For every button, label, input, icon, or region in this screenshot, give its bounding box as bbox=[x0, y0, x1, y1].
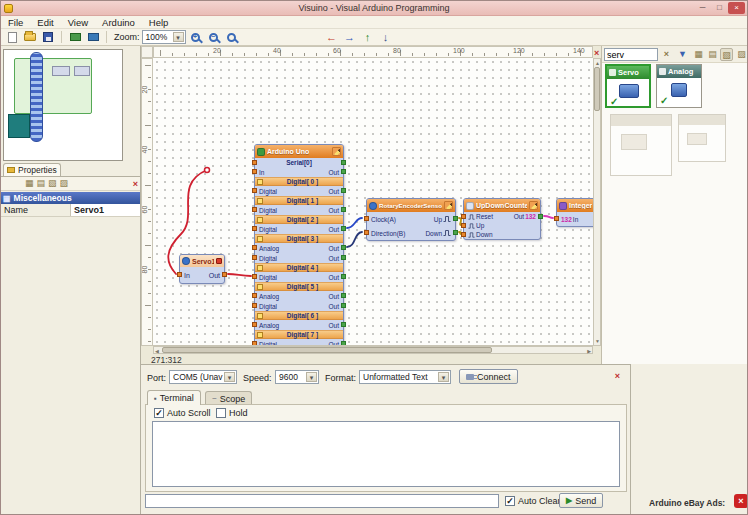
format-select[interactable]: Unformatted Text ▾ bbox=[359, 370, 451, 384]
send-button[interactable]: ▶ Send bbox=[559, 493, 603, 508]
minimize-button[interactable]: ─ bbox=[694, 2, 711, 14]
zoom-reset-icon[interactable] bbox=[224, 30, 240, 45]
menu-item-arduino[interactable]: Arduino bbox=[95, 16, 142, 29]
alphabetical-view-icon[interactable]: ▤ bbox=[37, 177, 46, 190]
block-rotary-encoder[interactable]: RotaryEncoderSensor1 Clock(A) Up Directi… bbox=[366, 198, 456, 241]
arduino-pin-in[interactable] bbox=[252, 303, 257, 308]
arduino-pin-out[interactable] bbox=[341, 169, 346, 174]
move-up-icon[interactable]: ↑ bbox=[360, 30, 376, 45]
canvas-horizontal-scrollbar[interactable]: ◀ ▶ bbox=[153, 346, 593, 354]
arduino-pin-in[interactable] bbox=[252, 188, 257, 193]
scroll-up-icon[interactable]: ▲ bbox=[595, 60, 600, 66]
out-pin[interactable] bbox=[538, 214, 543, 219]
arduino-pin-out[interactable] bbox=[341, 207, 346, 212]
arduino-pin-in[interactable] bbox=[252, 226, 257, 231]
arduino-pin-out[interactable] bbox=[341, 274, 346, 279]
arduino-pin-in[interactable] bbox=[252, 169, 257, 174]
arduino-channel-bar[interactable]: Digital[ 5 ] bbox=[255, 282, 343, 291]
arduino-channel-bar[interactable]: Digital[ 3 ] bbox=[255, 234, 343, 243]
arduino-pin-in[interactable] bbox=[252, 207, 257, 212]
arduino-pin-in[interactable] bbox=[252, 293, 257, 298]
upload-icon[interactable] bbox=[85, 30, 101, 45]
arduino-channel-bar[interactable]: Digital[ 7 ] bbox=[255, 330, 343, 339]
block-servo1[interactable]: Servo1 In Out bbox=[179, 254, 225, 284]
up-pin[interactable] bbox=[461, 223, 466, 228]
menu-item-edit[interactable]: Edit bbox=[30, 16, 60, 29]
zoom-in-icon[interactable]: + bbox=[188, 30, 204, 45]
auto-clear-checkbox[interactable]: ✓ Auto Clear bbox=[505, 496, 561, 506]
component-search-input[interactable] bbox=[604, 48, 658, 61]
servo-in-pin[interactable] bbox=[177, 272, 182, 277]
auto-scroll-checkbox[interactable]: ✓ Auto Scroll bbox=[154, 408, 211, 418]
arduino-pin-in[interactable] bbox=[252, 160, 257, 165]
port-select[interactable]: COM5 (Unav ▾ bbox=[169, 370, 237, 384]
terminal-output[interactable] bbox=[152, 421, 620, 487]
arduino-channel-bar[interactable]: Digital[ 4 ] bbox=[255, 263, 343, 272]
property-value[interactable]: Servo1 bbox=[71, 204, 140, 216]
clock-pin[interactable] bbox=[364, 216, 369, 221]
clear-search-icon[interactable]: × bbox=[660, 48, 673, 61]
open-project-icon[interactable] bbox=[22, 30, 38, 45]
component-tile-analog[interactable]: Analog ✓ bbox=[656, 64, 702, 108]
reset-pin[interactable] bbox=[461, 214, 466, 219]
tab-scope[interactable]: ~ Scope bbox=[205, 391, 252, 405]
arduino-pin-out[interactable] bbox=[341, 188, 346, 193]
tile-view-icon[interactable]: ▧ bbox=[720, 48, 733, 61]
tab-terminal[interactable]: ▪ Terminal bbox=[147, 390, 201, 405]
hold-checkbox[interactable]: Hold bbox=[216, 408, 248, 418]
menu-item-help[interactable]: Help bbox=[142, 16, 176, 29]
send-input[interactable] bbox=[145, 494, 499, 508]
arduino-channel-bar[interactable]: Digital[ 6 ] bbox=[255, 311, 343, 320]
filter-icon[interactable]: ▼ bbox=[676, 48, 689, 61]
zoom-out-icon[interactable]: − bbox=[206, 30, 222, 45]
property-row-name[interactable]: Name Servo1 bbox=[1, 204, 140, 217]
arduino-channel-bar[interactable]: Digital[ 0 ] bbox=[255, 177, 343, 186]
horizontal-scroll-thumb[interactable] bbox=[162, 347, 492, 353]
collapse-categories-icon[interactable]: ▤ bbox=[706, 48, 719, 61]
arduino-pin-in[interactable] bbox=[252, 322, 257, 327]
up-pin[interactable] bbox=[453, 216, 458, 221]
arduino-pin-in[interactable] bbox=[252, 255, 257, 260]
connect-button[interactable]: Connect bbox=[459, 369, 518, 384]
speed-select[interactable]: 9600 ▾ bbox=[275, 370, 319, 384]
arduino-pin-out[interactable] bbox=[341, 160, 346, 165]
expand-categories-icon[interactable]: ▦ bbox=[692, 48, 705, 61]
wire-digital3-to-direction[interactable] bbox=[347, 232, 362, 247]
save-project-icon[interactable] bbox=[40, 30, 56, 45]
edit-icon[interactable] bbox=[444, 201, 453, 210]
wire-endpoint[interactable] bbox=[205, 168, 210, 173]
servo-out-pin[interactable] bbox=[222, 272, 227, 277]
arduino-pin-out[interactable] bbox=[341, 322, 346, 327]
design-canvas[interactable]: Servo1 In Out Arduino Uno Serial[0]InOut… bbox=[153, 58, 593, 346]
pin-panel-icon[interactable]: × bbox=[133, 178, 138, 190]
scroll-down-icon[interactable]: ▼ bbox=[595, 338, 600, 344]
canvas-vertical-scrollbar[interactable]: ▲ ▼ bbox=[593, 58, 601, 346]
edit-icon[interactable] bbox=[529, 201, 538, 210]
menu-item-view[interactable]: View bbox=[61, 16, 95, 29]
categorized-view-icon[interactable]: ▦ bbox=[25, 177, 34, 190]
close-button[interactable]: × bbox=[728, 2, 745, 14]
tab-properties[interactable]: Properties bbox=[3, 163, 61, 176]
property-category-bar[interactable]: ▦ Miscellaneous bbox=[1, 192, 140, 204]
ad-icon[interactable]: × bbox=[734, 494, 748, 508]
arduino-pin-out[interactable] bbox=[341, 293, 346, 298]
edit-icon[interactable] bbox=[332, 147, 341, 156]
list-view-icon[interactable]: ▨ bbox=[735, 48, 748, 61]
component-tile-servo[interactable]: Servo ✓ bbox=[605, 64, 651, 108]
arduino-channel-bar[interactable]: Digital[ 1 ] bbox=[255, 196, 343, 205]
new-project-icon[interactable] bbox=[4, 30, 20, 45]
down-pin[interactable] bbox=[461, 232, 466, 237]
arduino-channel-bar[interactable]: Digital[ 2 ] bbox=[255, 215, 343, 224]
close-terminal-icon[interactable]: × bbox=[615, 370, 620, 382]
arduino-pin-out[interactable] bbox=[341, 255, 346, 260]
collapse-all-icon[interactable]: ▨ bbox=[60, 177, 69, 190]
wire-out-to-integer[interactable] bbox=[544, 216, 553, 218]
arduino-pin-out[interactable] bbox=[341, 303, 346, 308]
block-integer[interactable]: Integer 132 In bbox=[556, 198, 593, 227]
expand-all-icon[interactable]: ▧ bbox=[48, 177, 57, 190]
move-down-icon[interactable]: ↓ bbox=[378, 30, 394, 45]
wire-servo-to-arduino[interactable] bbox=[228, 274, 251, 276]
redo-icon[interactable]: → bbox=[342, 30, 358, 45]
in-pin[interactable] bbox=[554, 216, 559, 221]
scroll-left-icon[interactable]: ◀ bbox=[155, 348, 159, 354]
